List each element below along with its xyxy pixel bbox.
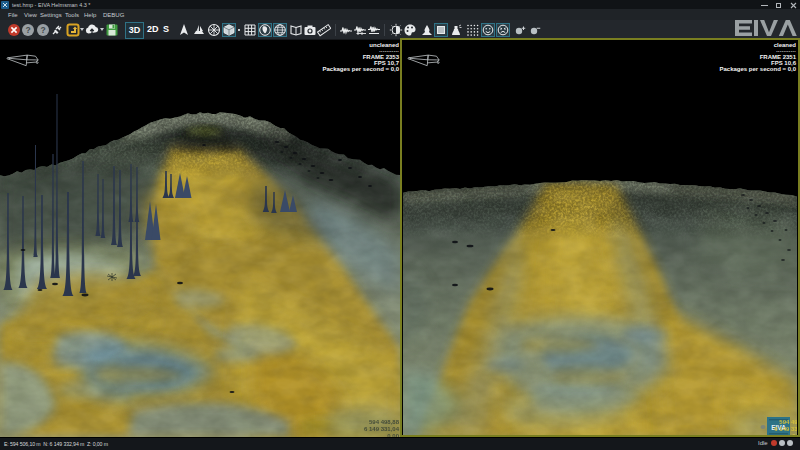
svg-text:0,00: 0,00 [387,433,399,437]
svg-text:?: ? [40,25,45,35]
svg-text:6 149 331,0: 6 149 331,0 [774,426,797,432]
svg-text:Packages per second = 0,0: Packages per second = 0,0 [322,66,399,72]
svg-text:6 149 331,04: 6 149 331,04 [364,426,400,432]
svg-text:594 498,8: 594 498,8 [779,419,797,425]
svg-text:...........: ........... [776,47,796,53]
svg-text:0,00: 0,00 [792,433,797,437]
svg-text:594 498,88: 594 498,88 [369,419,400,425]
svg-text:...........: ........... [379,47,399,53]
svg-text:Packages per second = 0,0: Packages per second = 0,0 [719,66,796,72]
svg-text:?: ? [25,25,30,35]
